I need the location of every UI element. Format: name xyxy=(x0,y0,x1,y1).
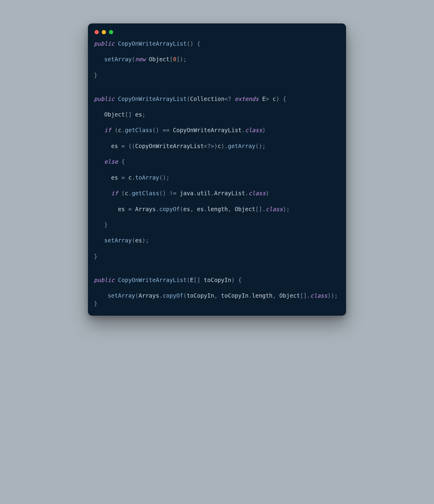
code-token: ); xyxy=(142,237,149,244)
code-token: toArray xyxy=(135,174,159,181)
code-token: . xyxy=(132,174,135,181)
code-token: getClass xyxy=(125,127,152,133)
code-token xyxy=(94,127,104,133)
code-token: c xyxy=(273,96,276,102)
code-token: ( xyxy=(187,277,190,283)
code-token: } xyxy=(94,221,108,228)
code-token: c xyxy=(118,127,121,133)
code-token: Arrays xyxy=(135,206,156,212)
code-token: Object xyxy=(149,56,170,62)
code-token: Object xyxy=(104,111,125,118)
code-token: toCopyIn xyxy=(204,277,231,283)
code-token: public xyxy=(94,96,115,102)
code-token: . xyxy=(128,190,131,196)
code-token: public xyxy=(94,277,115,283)
code-token xyxy=(94,56,104,62)
code-token: ( xyxy=(132,237,135,244)
code-token xyxy=(146,56,149,62)
code-token: ( xyxy=(187,96,190,102)
code-token: )); xyxy=(327,292,338,299)
code-token: ) { xyxy=(276,96,286,102)
code-token: . xyxy=(245,190,248,196)
code-token: es xyxy=(197,206,204,212)
code-token: () == xyxy=(152,127,173,133)
code-token xyxy=(94,206,118,212)
code-token: Collection xyxy=(190,96,224,102)
code-token: public xyxy=(94,40,115,47)
code-token: ArrayList xyxy=(214,190,245,196)
code-token: setArray xyxy=(108,292,135,299)
code-window: public CopyOnWriteArrayList() { setArray… xyxy=(88,23,346,316)
code-token: if xyxy=(111,190,118,196)
code-token: java xyxy=(180,190,194,196)
code-token: . xyxy=(156,206,159,212)
code-token xyxy=(94,111,104,118)
code-token: ]); xyxy=(176,56,187,62)
code-token: util xyxy=(197,190,211,196)
code-token: class xyxy=(266,206,283,212)
code-token: = (( xyxy=(118,143,135,149)
code-token: c xyxy=(218,143,221,149)
code-token: } xyxy=(94,300,97,307)
code-token: ( xyxy=(132,56,135,62)
code-token: ). xyxy=(221,143,228,149)
code-token: . xyxy=(211,190,214,196)
code-token: c xyxy=(128,174,131,181)
code-token: CopyOnWriteArrayList xyxy=(173,127,242,133)
code-token xyxy=(115,96,118,102)
code-token: , xyxy=(228,206,235,212)
code-token: toCopyIn xyxy=(187,292,214,299)
code-token: es xyxy=(183,206,190,212)
code-token: . xyxy=(249,292,252,299)
code-token: []. xyxy=(300,292,310,299)
code-token: , xyxy=(190,206,197,212)
code-token: setArray xyxy=(104,237,132,244)
code-token: = xyxy=(125,206,135,212)
code-token: [] xyxy=(125,111,135,118)
code-token: if xyxy=(104,127,111,133)
code-token xyxy=(94,292,108,299)
code-token: } xyxy=(94,253,97,260)
code-token: ( xyxy=(135,292,138,299)
code-token: ; xyxy=(142,111,145,118)
code-token: ( xyxy=(118,190,125,196)
code-token xyxy=(94,174,111,181)
code-token: 0 xyxy=(173,56,176,62)
code-token: } xyxy=(94,72,97,78)
code-token: es xyxy=(135,111,142,118)
window-controls xyxy=(94,29,340,40)
code-token: (); xyxy=(159,174,169,181)
code-token: length xyxy=(252,292,273,299)
code-token: () { xyxy=(187,40,200,47)
code-token xyxy=(94,190,111,196)
code-token: Object xyxy=(279,292,300,299)
code-token: . xyxy=(159,292,162,299)
code-token: []. xyxy=(255,206,266,212)
code-token: getArray xyxy=(228,143,255,149)
code-token: toCopyIn xyxy=(221,292,249,299)
code-token: { xyxy=(118,158,125,165)
code-token: new xyxy=(135,56,145,62)
code-token: ( xyxy=(111,127,118,133)
code-token: else xyxy=(104,158,118,165)
code-token: () != xyxy=(159,190,180,196)
code-token: ); xyxy=(283,206,290,212)
code-token xyxy=(259,96,262,102)
code-token: ) xyxy=(262,127,266,133)
code-token: . xyxy=(122,127,125,133)
code-token: (); xyxy=(255,143,266,149)
code-token: E xyxy=(262,96,266,102)
code-token: = xyxy=(118,174,128,181)
code-token: Arrays xyxy=(139,292,159,299)
code-token: ) { xyxy=(231,277,242,283)
code-token: es xyxy=(135,237,142,244)
code-token: . xyxy=(194,190,197,196)
close-icon[interactable] xyxy=(95,30,99,34)
minimize-icon[interactable] xyxy=(102,30,106,34)
zoom-icon[interactable] xyxy=(109,30,113,34)
code-token: Object xyxy=(235,206,255,212)
code-token: . xyxy=(242,127,245,133)
code-token: copyOf xyxy=(163,292,183,299)
code-token: class xyxy=(249,190,266,196)
code-token: . xyxy=(204,206,207,212)
